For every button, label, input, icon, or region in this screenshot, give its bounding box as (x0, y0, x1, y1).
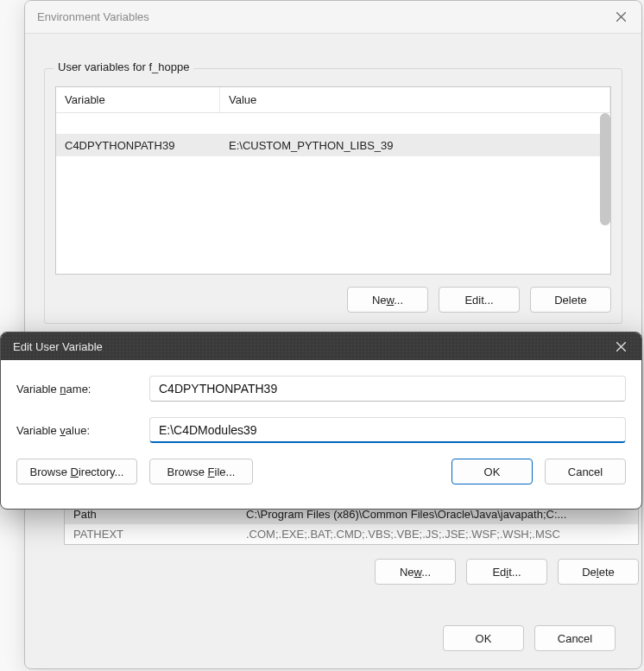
window-close-button[interactable] (600, 1, 641, 34)
edit-user-variable-dialog: Edit User Variable Variable name: Variab… (0, 332, 642, 510)
window-title: Environment Variables (37, 10, 149, 23)
list-header: Variable Value (56, 87, 610, 113)
list-row-spacer (56, 113, 610, 134)
variable-name-label: Variable name: (16, 383, 144, 396)
system-edit-button[interactable]: Edit... (466, 559, 547, 585)
system-delete-button[interactable]: Delete (558, 559, 639, 585)
list-body[interactable]: C4DPYTHONPATH39 E:\CUSTOM_PYTHON_LIBS_39 (56, 113, 610, 274)
cell-value: E:\CUSTOM_PYTHON_LIBS_39 (220, 139, 610, 152)
close-icon (616, 342, 626, 351)
window-titlebar[interactable]: Environment Variables (25, 1, 641, 34)
dialog-cancel-button[interactable]: Cancel (545, 459, 626, 484)
user-variables-groupbox: User variables for f_hoppe Variable Valu… (44, 68, 622, 324)
browse-directory-button[interactable]: Browse Directory... (16, 459, 137, 484)
dialog-title: Edit User Variable (13, 340, 103, 353)
user-delete-button[interactable]: Delete (530, 287, 611, 313)
window-cancel-button[interactable]: Cancel (534, 625, 616, 651)
system-vars-button-row: New... Edit... Delete (64, 559, 639, 585)
window-ok-cancel-row: OK Cancel (443, 625, 616, 651)
cell-variable: C4DPYTHONPATH39 (56, 139, 220, 152)
close-icon (616, 12, 626, 22)
user-variables-list[interactable]: Variable Value C4DPYTHONPATH39 E:\CUSTOM… (55, 86, 611, 275)
variable-value-input[interactable] (149, 417, 626, 443)
cell-value: .COM;.EXE;.BAT;.CMD;.VBS;.VBE;.JS;.JSE;.… (237, 528, 638, 541)
dialog-button-row: Browse Directory... Browse File... OK Ca… (16, 459, 626, 484)
dialog-body: Variable name: Variable value: Browse Di… (1, 360, 641, 497)
scrollbar-thumb[interactable] (600, 113, 610, 225)
cell-variable: PATHEXT (65, 528, 237, 541)
variable-value-row: Variable value: (16, 417, 626, 443)
variable-value-label: Variable value: (16, 424, 144, 437)
dialog-ok-button[interactable]: OK (451, 459, 533, 484)
list-row[interactable]: C4DPYTHONPATH39 E:\CUSTOM_PYTHON_LIBS_39 (56, 134, 610, 156)
dialog-titlebar[interactable]: Edit User Variable (1, 332, 641, 360)
user-variables-title: User variables for f_hoppe (54, 60, 193, 73)
variable-name-input[interactable] (149, 376, 626, 402)
window-body: User variables for f_hoppe Variable Valu… (25, 34, 641, 339)
column-header-variable[interactable]: Variable (56, 87, 220, 112)
browse-file-button[interactable]: Browse File... (149, 459, 253, 484)
dialog-close-button[interactable] (600, 332, 641, 360)
list-row[interactable]: PATHEXT .COM;.EXE;.BAT;.CMD;.VBS;.VBE;.J… (65, 524, 638, 543)
column-header-value[interactable]: Value (220, 87, 610, 112)
user-new-button[interactable]: New... (347, 287, 428, 313)
user-edit-button[interactable]: Edit... (439, 287, 520, 313)
variable-name-row: Variable name: (16, 376, 626, 402)
user-vars-button-row: New... Edit... Delete (55, 287, 611, 313)
system-new-button[interactable]: New... (375, 559, 456, 585)
window-ok-button[interactable]: OK (443, 625, 524, 651)
